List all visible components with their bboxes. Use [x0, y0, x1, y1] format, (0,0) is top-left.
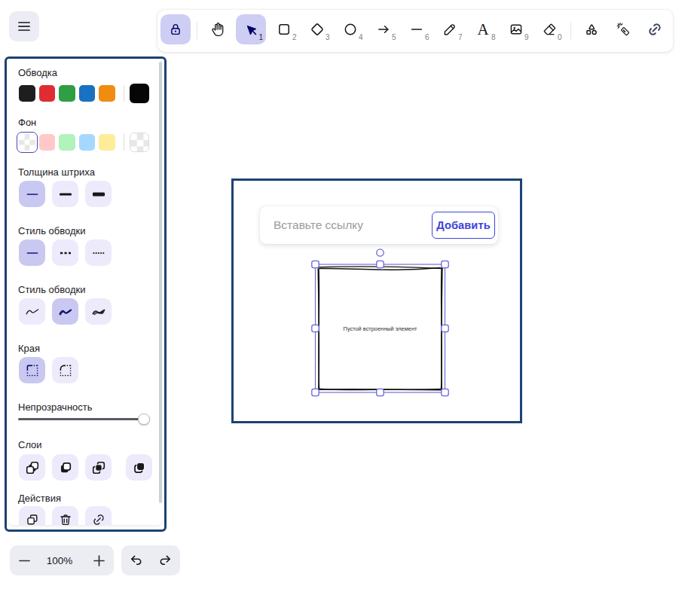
svg-text:Пустой встроенный элемент: Пустой встроенный элемент — [344, 325, 417, 332]
